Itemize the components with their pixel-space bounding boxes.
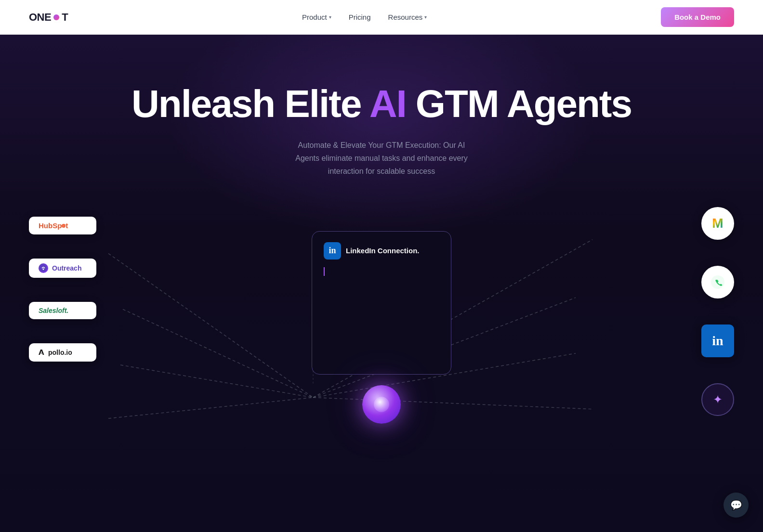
outreach-label: Outreach	[52, 264, 81, 272]
nav-link-resources[interactable]: Resources ▾	[388, 13, 427, 21]
logo-dot	[53, 14, 59, 20]
outreach-icon	[39, 263, 48, 273]
svg-point-9	[40, 265, 47, 272]
cursor-blink	[324, 267, 325, 276]
center-card-header: in LinkedIn Connection.	[324, 242, 439, 260]
nav-links: Product ▾ Pricing Resources ▾	[302, 13, 427, 21]
gmail-m-letter: M	[712, 216, 723, 231]
center-card: in LinkedIn Connection.	[312, 231, 451, 375]
hero-section: Unleash Elite AI GTM Agents Automate & E…	[0, 35, 763, 532]
linkedin-icon-circle[interactable]: in	[701, 324, 734, 357]
chevron-down-icon: ▾	[329, 14, 331, 20]
nav-item-resources[interactable]: Resources ▾	[388, 13, 427, 21]
chevron-down-icon-2: ▾	[424, 14, 427, 20]
center-orb	[362, 385, 401, 424]
right-integrations: M in ✦	[701, 207, 734, 416]
phone-svg	[711, 275, 724, 289]
gmail-icon[interactable]: M	[701, 207, 734, 240]
apollo-pill[interactable]: 𝗔 pollo.io	[29, 343, 96, 362]
nav-item-pricing[interactable]: Pricing	[349, 13, 371, 21]
chat-widget[interactable]: 💬	[724, 493, 749, 518]
nav-item-product[interactable]: Product ▾	[302, 13, 331, 21]
hubspot-logo: HubSpt	[39, 221, 68, 230]
chat-icon: 💬	[730, 499, 742, 511]
book-demo-button[interactable]: Book a Demo	[661, 7, 734, 27]
svg-line-7	[313, 397, 592, 409]
svg-point-10	[43, 268, 44, 270]
nav-label-resources: Resources	[388, 13, 423, 21]
linkedin-card-icon: in	[324, 242, 341, 260]
left-integrations: HubSpt Outreach Salesloft. 𝗔 pollo.io	[29, 217, 96, 362]
hubspot-pill[interactable]: HubSpt	[29, 217, 96, 234]
svg-line-0	[108, 253, 313, 397]
apollo-prefix: 𝗔	[39, 348, 44, 357]
hero-title: Unleash Elite AI GTM Agents	[132, 83, 631, 125]
hero-title-ai: AI	[369, 82, 406, 125]
outreach-pill[interactable]: Outreach	[29, 259, 96, 278]
nav-label-pricing: Pricing	[349, 13, 371, 21]
hero-title-part1: Unleash Elite	[132, 82, 369, 125]
navbar: ONET Product ▾ Pricing Resources ▾ Book …	[0, 0, 763, 35]
svg-line-1	[123, 309, 313, 397]
logo[interactable]: ONET	[29, 11, 68, 24]
salesloft-pill[interactable]: Salesloft.	[29, 302, 96, 319]
orb-inner	[374, 397, 389, 412]
center-card-body	[324, 267, 439, 363]
linkedin-in-letter: in	[712, 333, 723, 349]
hero-subtitle: Automate & Elevate Your GTM Execution: O…	[285, 139, 478, 178]
nav-label-product: Product	[302, 13, 327, 21]
svg-line-2	[120, 365, 313, 398]
nav-link-product[interactable]: Product ▾	[302, 13, 331, 21]
salesloft-label: Salesloft.	[39, 307, 68, 314]
apollo-label: pollo.io	[48, 349, 72, 356]
star-icon-circle[interactable]: ✦	[701, 383, 734, 416]
svg-line-3	[108, 397, 313, 418]
hero-title-part2: GTM Agents	[406, 82, 631, 125]
phone-icon-circle[interactable]	[701, 266, 734, 298]
diagram-area: HubSpt Outreach Salesloft. 𝗔 pollo.io	[0, 207, 763, 532]
nav-link-pricing[interactable]: Pricing	[349, 13, 371, 21]
center-card-title: LinkedIn Connection.	[346, 247, 420, 255]
star-symbol: ✦	[713, 393, 723, 406]
